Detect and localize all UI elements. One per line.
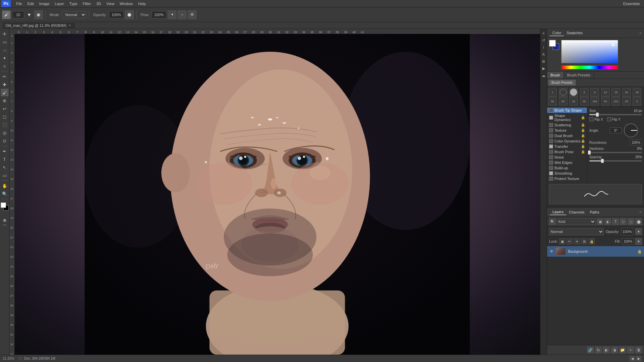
brush-preset-icon[interactable]: ◉: [34, 10, 43, 19]
layer-blend-mode-select[interactable]: Normal Dissolve Multiply Screen Overlay: [549, 228, 604, 235]
menu-type[interactable]: Type: [67, 1, 80, 6]
brush-preset-item[interactable]: 30: [548, 97, 557, 106]
add-adjustment-btn[interactable]: ◑: [611, 347, 618, 353]
brush-preset-item[interactable]: 40: [580, 97, 589, 106]
scattering-item[interactable]: Scattering 🔒: [547, 122, 587, 128]
crop-tool[interactable]: ⊹: [1, 62, 8, 70]
spacing-slider-thumb[interactable]: [601, 159, 604, 163]
hand-tool[interactable]: ✋: [1, 182, 8, 189]
angle-input[interactable]: [610, 127, 622, 133]
menu-filter[interactable]: Filter: [80, 1, 94, 6]
zoom-tool[interactable]: 🔍: [1, 190, 8, 197]
brush-preset-item[interactable]: [569, 88, 578, 97]
document-tab[interactable]: Old_man_HR.jpg @ 11.3% (RGB/8#) ✕: [3, 23, 75, 28]
lock-all-btn[interactable]: 🔒: [589, 238, 595, 244]
path-select-tool[interactable]: ↖: [1, 164, 8, 171]
pixel-filter-btn[interactable]: ▣: [597, 218, 603, 225]
fg-bg-swatches[interactable]: [549, 40, 559, 50]
buildup-checkbox[interactable]: [549, 166, 553, 170]
quick-mask-btn[interactable]: ⬤: [3, 219, 6, 222]
noise-item[interactable]: Noise: [547, 155, 587, 160]
smoothing-item[interactable]: ✓ Smoothing: [547, 171, 587, 176]
color-dynamics-item[interactable]: Color Dynamics 🔒: [547, 138, 587, 144]
brush-tab-brush[interactable]: Brush: [547, 72, 564, 78]
brush-preset-item[interactable]: 213: [611, 97, 620, 106]
dual-brush-checkbox[interactable]: [549, 134, 553, 138]
type-filter-btn[interactable]: T: [612, 218, 619, 225]
menu-3d[interactable]: 3D: [94, 1, 104, 6]
lock-position-btn[interactable]: ✛: [574, 238, 580, 244]
timeline-icon[interactable]: ▶: [541, 65, 547, 71]
char-panel-icon[interactable]: A: [541, 51, 547, 57]
flip-y-control[interactable]: Flip Y: [607, 117, 621, 121]
brush-preset-item[interactable]: 19: [611, 88, 620, 97]
brush-preset-item[interactable]: 25: [622, 97, 631, 106]
dodge-tool[interactable]: ⊙: [1, 137, 8, 144]
link-layers-btn[interactable]: 🔗: [587, 347, 594, 353]
flip-x-control[interactable]: Flip X: [589, 117, 603, 121]
brush-preset-item[interactable]: 40: [601, 97, 610, 106]
channels-tab[interactable]: Channels: [566, 209, 587, 215]
size-slider-thumb[interactable]: [596, 113, 599, 117]
layers-panel-menu-icon[interactable]: ≡: [640, 210, 641, 214]
smoothing-checkbox[interactable]: ✓: [549, 171, 553, 175]
brush-preset-item[interactable]: 9: [590, 88, 599, 97]
texture-checkbox[interactable]: [549, 128, 553, 132]
shape-tool[interactable]: ▭: [1, 172, 8, 179]
shape-dynamics-item[interactable]: ✓ Shape Dynamics 🔒: [547, 113, 587, 122]
menu-edit[interactable]: Edit: [25, 1, 37, 6]
menu-help[interactable]: Help: [136, 1, 149, 6]
transfer-checkbox[interactable]: ✓: [549, 144, 553, 148]
adjustment-filter-btn[interactable]: ◐: [604, 218, 611, 225]
flip-y-checkbox[interactable]: [607, 117, 611, 121]
gradient-tool[interactable]: ⬛: [1, 121, 8, 128]
canvas-viewport[interactable]: Daly: [14, 34, 540, 355]
color-dynamics-checkbox[interactable]: [549, 139, 553, 143]
opacity-lock-btn[interactable]: ▼: [635, 228, 642, 235]
text-tool[interactable]: T: [1, 156, 8, 163]
menu-file[interactable]: File: [13, 1, 25, 6]
brush-preset-item[interactable]: 20: [569, 97, 578, 106]
foreground-swatch[interactable]: [549, 40, 556, 47]
flow-input[interactable]: [152, 11, 166, 18]
airbrush-btn[interactable]: ✦: [168, 10, 176, 19]
kind-filter-select[interactable]: Kind Name Effect Mode Attribute Color: [557, 218, 596, 225]
color-spectrum[interactable]: [561, 40, 618, 63]
brush-tool[interactable]: 🖌: [1, 89, 8, 96]
protect-texture-checkbox[interactable]: [549, 177, 553, 181]
brush-preset-item[interactable]: 1: [548, 88, 557, 97]
libraries-icon[interactable]: ☁: [541, 72, 547, 78]
brush-size-input[interactable]: [12, 11, 24, 18]
opacity-input[interactable]: [109, 11, 124, 18]
brush-tip-shape-item[interactable]: Brush Tip Shape: [547, 108, 587, 113]
clone-tool[interactable]: ⊕: [1, 97, 8, 104]
prev-frame-btn[interactable]: ◀: [630, 356, 635, 361]
angle-wheel[interactable]: [624, 123, 638, 137]
brush-tab-presets[interactable]: Brush Presets: [564, 72, 594, 78]
brush-tool-btn[interactable]: 🖌: [2, 10, 11, 19]
brush-preset-item[interactable]: 30: [559, 97, 568, 106]
add-mask-btn[interactable]: ◐: [603, 347, 610, 353]
swatches-tab[interactable]: Swatches: [564, 30, 585, 36]
table-row[interactable]: 👁 Background 🔒: [547, 246, 644, 257]
brush-preset-item[interactable]: 5: [580, 88, 589, 97]
move-tool[interactable]: ✛: [1, 30, 8, 38]
color-tab[interactable]: Color: [550, 30, 564, 36]
add-layer-btn[interactable]: +: [627, 347, 634, 353]
lock-transparent-btn[interactable]: ▣: [559, 238, 565, 244]
paths-tab[interactable]: Paths: [587, 209, 602, 215]
info-panel-icon[interactable]: i: [541, 44, 547, 50]
eyedropper-tool[interactable]: ✏: [1, 73, 8, 80]
add-group-btn[interactable]: 📁: [619, 347, 626, 353]
brush-preset-item[interactable]: 5: [633, 97, 641, 106]
protect-texture-item[interactable]: Protect Texture: [547, 176, 587, 181]
smart-filter-btn[interactable]: ◻: [628, 218, 634, 225]
document-close-icon[interactable]: ✕: [68, 23, 71, 27]
size-slider-track[interactable]: [589, 114, 642, 115]
magic-wand-tool[interactable]: ✦: [1, 54, 8, 62]
eraser-tool[interactable]: ◻: [1, 113, 8, 120]
menu-image[interactable]: Image: [37, 1, 52, 6]
brush-pose-item[interactable]: Brush Pose 🔒: [547, 149, 587, 155]
add-style-btn[interactable]: fx: [595, 347, 602, 353]
mini-bridge-icon[interactable]: ⊞: [541, 58, 547, 64]
